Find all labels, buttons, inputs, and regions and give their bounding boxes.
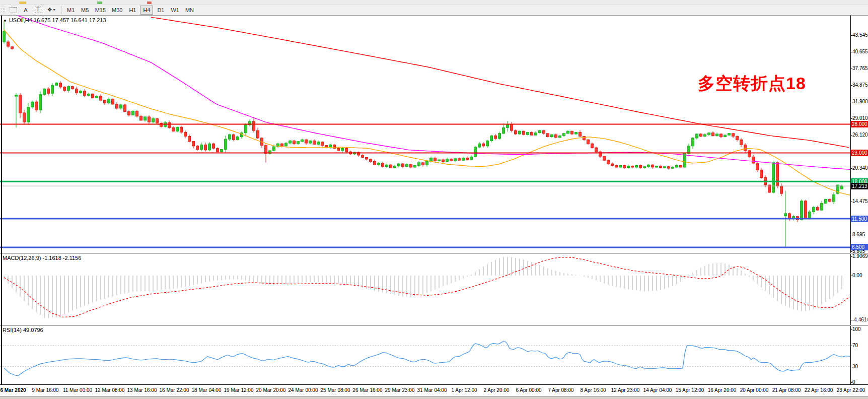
time-axis-label: 2 Apr 20:00 xyxy=(483,387,509,393)
time-axis-label: 31 Mar 04:00 xyxy=(417,387,447,393)
time-axis-label: 8 Apr 16:00 xyxy=(580,387,606,393)
toolbar-grip[interactable] xyxy=(1,6,5,14)
clipped-upper-toolbar xyxy=(0,0,868,5)
fleur-cursor-icon: ❖ xyxy=(47,7,52,13)
symbol-period-label: USOil,H4 xyxy=(9,17,32,23)
toolbar-separator xyxy=(61,6,61,14)
timeframe-button-mn[interactable]: MN xyxy=(183,6,196,15)
price-tag-17.213: 17.213 xyxy=(851,183,868,189)
window-bottom-strip xyxy=(0,396,868,399)
price-axis-label: 20.340 xyxy=(852,165,868,171)
timeframe-button-m5[interactable]: M5 xyxy=(79,6,92,15)
folder-icon-clipped xyxy=(19,2,26,4)
time-axis-label: 12 Mar 08:00 xyxy=(95,387,125,393)
time-axis-label: 16 Mar 22:00 xyxy=(160,387,189,393)
time-axis-label: 12 Apr 23:00 xyxy=(611,387,640,393)
time-axis-label: 26 Mar 16:00 xyxy=(353,387,383,393)
price-tag-28.000: 28.000 xyxy=(851,121,868,127)
price-axis-label: 30 xyxy=(852,364,858,369)
price-axis-label: 70 xyxy=(852,343,858,348)
time-axis-label: 13 Mar 16:00 xyxy=(127,387,157,393)
price-axis-label: 37.765 xyxy=(852,65,868,71)
price-axis-label: 100 xyxy=(852,326,861,332)
rsi-current-value: 49.0796 xyxy=(23,327,43,333)
time-axis-label: 11 Mar 00:00 xyxy=(63,387,92,393)
icon-clipped xyxy=(147,2,152,4)
price-axis-label: -4.4614 xyxy=(852,317,868,322)
time-axis-label: 20 Apr 00:00 xyxy=(740,387,769,393)
time-axis-label: 16 Apr 20:00 xyxy=(708,387,737,393)
time-axis-label: 6 Mar 2020 xyxy=(0,387,26,393)
chart-toolbar: A T ❖ ▾ M1M5M15M30H1H4D1W1MN xyxy=(0,5,868,16)
text-label-button[interactable]: A xyxy=(20,6,31,15)
price-axis-label: 40.655 xyxy=(852,49,868,54)
time-axis-label: 7 Apr 08:00 xyxy=(548,387,573,393)
price-tag-23.000: 23.000 xyxy=(851,150,868,156)
price-axis-label: 1.9069 xyxy=(852,253,868,259)
timeframe-button-m1[interactable]: M1 xyxy=(64,6,78,15)
macd-current-values: -1.1618 -2.1156 xyxy=(42,255,81,261)
time-axis-label: 21 Apr 08:00 xyxy=(772,387,801,393)
chart-icon-clipped xyxy=(97,2,102,4)
time-axis-label: 20 Mar 20:00 xyxy=(256,387,286,393)
time-axis-label: 1 Apr 12:00 xyxy=(451,387,477,393)
price-chart-pane[interactable]: ▼USOil,H4 16.675 17.457 16.641 17.213 多空… xyxy=(0,16,850,253)
rsi-indicator-label: RSI(14) 49.0796 xyxy=(3,327,43,333)
timeframe-button-w1[interactable]: W1 xyxy=(168,6,182,15)
price-axis-label: 31.900 xyxy=(852,99,868,104)
cursor-tools-button[interactable]: ❖ ▾ xyxy=(45,6,58,15)
indicator-grid-button[interactable] xyxy=(7,6,19,15)
macd-name: MACD(12,26,9) xyxy=(3,255,41,261)
pane-separator[interactable] xyxy=(0,325,868,326)
chart-dropdown-icon[interactable]: ▼ xyxy=(3,19,7,23)
window-left-border xyxy=(1,16,2,384)
price-axis-label: 0 xyxy=(852,379,855,385)
chart-region: ▼USOil,H4 16.675 17.457 16.641 17.213 多空… xyxy=(0,16,868,399)
timeframe-button-group: M1M5M15M30H1H4D1W1MN xyxy=(64,6,197,15)
price-tag-11.500: 11.500 xyxy=(851,216,868,222)
price-tag-6.500: 6.500 xyxy=(851,244,868,250)
price-axis-label: 29.010 xyxy=(852,115,868,121)
macd-indicator-label: MACD(12,26,9) -1.1618 -2.1156 xyxy=(3,255,81,261)
price-axis-label: 14.475 xyxy=(852,198,868,204)
time-axis-label: 22 Apr 16:00 xyxy=(805,387,833,393)
time-axis-label: 25 Mar 08:00 xyxy=(321,387,350,393)
macd-pane[interactable]: MACD(12,26,9) -1.1618 -2.1156 xyxy=(0,254,850,325)
price-axis-label: 0.00 xyxy=(852,273,862,278)
pane-separator[interactable] xyxy=(0,253,868,254)
candlestick-chart[interactable] xyxy=(0,16,850,253)
price-axis[interactable]: 43.54540.65537.76534.87531.90029.01026.1… xyxy=(850,16,868,384)
time-axis-label: 23 Apr 22:00 xyxy=(837,387,865,393)
ohlc-values: 16.675 17.457 16.641 17.213 xyxy=(34,17,106,23)
grid-icon xyxy=(10,7,17,13)
time-axis[interactable]: 6 Mar 20209 Mar 16:0011 Mar 00:0012 Mar … xyxy=(0,384,868,397)
time-axis-label: 14 Apr 04:00 xyxy=(643,387,672,393)
timeframe-button-d1[interactable]: D1 xyxy=(154,6,167,15)
timeframe-button-m15[interactable]: M15 xyxy=(93,6,108,15)
timeframe-button-m30[interactable]: M30 xyxy=(109,6,125,15)
chevron-down-icon: ▾ xyxy=(53,8,55,12)
timeframe-button-h4[interactable]: H4 xyxy=(140,6,153,15)
letter-t-icon: T xyxy=(35,7,41,13)
price-axis-label: 34.875 xyxy=(852,82,868,88)
macd-chart[interactable] xyxy=(0,254,850,325)
time-axis-label: 29 Mar 23:00 xyxy=(385,387,415,393)
chart-title: ▼USOil,H4 16.675 17.457 16.641 17.213 xyxy=(3,17,106,23)
text-box-button[interactable]: T xyxy=(32,6,44,15)
letter-a-icon: A xyxy=(24,7,27,13)
bull-bear-turning-point-annotation[interactable]: 多空转折点18 xyxy=(698,72,806,95)
price-axis-label: 8.695 xyxy=(852,232,865,237)
price-axis-label: 43.545 xyxy=(852,32,868,38)
time-axis-label: 19 Mar 12:00 xyxy=(224,387,254,393)
time-axis-label: 18 Mar 04:00 xyxy=(192,387,222,393)
timeframe-button-h1[interactable]: H1 xyxy=(126,6,139,15)
rsi-chart[interactable] xyxy=(0,326,850,384)
time-axis-label: 15 Apr 12:00 xyxy=(676,387,704,393)
time-axis-label: 24 Mar 00:00 xyxy=(288,387,318,393)
rsi-name: RSI(14) xyxy=(3,327,22,333)
price-axis-label: 26.120 xyxy=(852,132,868,138)
rsi-pane[interactable]: RSI(14) 49.0796 xyxy=(0,326,850,384)
time-axis-label: 9 Mar 16:00 xyxy=(32,387,58,393)
time-axis-label: 6 Apr 00:00 xyxy=(516,387,541,393)
